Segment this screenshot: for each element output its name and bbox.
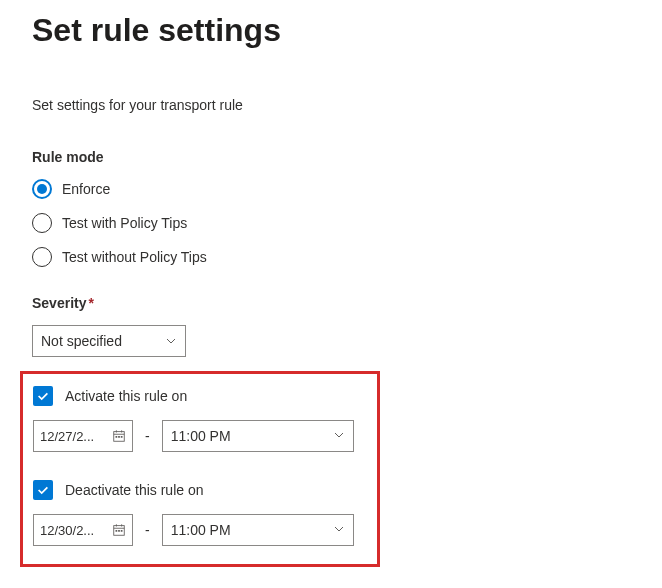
svg-rect-13 [121,530,123,532]
radio-label: Test with Policy Tips [62,215,187,231]
severity-select[interactable]: Not specified [32,325,186,357]
chevron-down-icon [165,335,177,347]
deactivate-date-field[interactable]: 12/30/2... [33,514,133,546]
deactivate-time-field[interactable]: 11:00 PM [162,514,354,546]
svg-rect-12 [118,530,120,532]
radio-icon [32,179,52,199]
deactivate-checkbox-row[interactable]: Deactivate this rule on [33,480,367,500]
activate-date-field[interactable]: 12/27/2... [33,420,133,452]
deactivate-time-value: 11:00 PM [171,522,231,538]
severity-label: Severity* [32,295,630,311]
activate-checkbox-row[interactable]: Activate this rule on [33,386,367,406]
svg-rect-6 [121,436,123,438]
activate-label: Activate this rule on [65,388,187,404]
date-time-separator: - [145,522,150,538]
radio-icon [32,213,52,233]
checkmark-icon [36,483,50,497]
activate-time-value: 11:00 PM [171,428,231,444]
svg-rect-11 [116,530,118,532]
radio-label: Enforce [62,181,110,197]
date-time-separator: - [145,428,150,444]
activate-date-value: 12/27/2... [40,429,108,444]
page-subtitle: Set settings for your transport rule [32,97,630,113]
rule-mode-enforce[interactable]: Enforce [32,179,630,199]
severity-value: Not specified [41,333,122,349]
calendar-icon [112,429,126,443]
deactivate-checkbox[interactable] [33,480,53,500]
activate-time-field[interactable]: 11:00 PM [162,420,354,452]
deactivate-datetime-row: 12/30/2... - 11:00 PM [33,514,367,546]
activate-datetime-row: 12/27/2... - 11:00 PM [33,420,367,452]
radio-icon [32,247,52,267]
page-title: Set rule settings [32,12,630,49]
chevron-down-icon [333,428,345,444]
required-asterisk: * [88,295,93,311]
svg-rect-5 [118,436,120,438]
activate-checkbox[interactable] [33,386,53,406]
chevron-down-icon [333,522,345,538]
deactivate-date-value: 12/30/2... [40,523,108,538]
date-range-highlight: Activate this rule on 12/27/2... - 11:00… [20,371,380,567]
rule-mode-test-without-tips[interactable]: Test without Policy Tips [32,247,630,267]
checkmark-icon [36,389,50,403]
deactivate-label: Deactivate this rule on [65,482,204,498]
rule-mode-group: Enforce Test with Policy Tips Test witho… [32,179,630,267]
rule-mode-label: Rule mode [32,149,630,165]
svg-rect-4 [116,436,118,438]
calendar-icon [112,523,126,537]
rule-mode-test-with-tips[interactable]: Test with Policy Tips [32,213,630,233]
radio-label: Test without Policy Tips [62,249,207,265]
